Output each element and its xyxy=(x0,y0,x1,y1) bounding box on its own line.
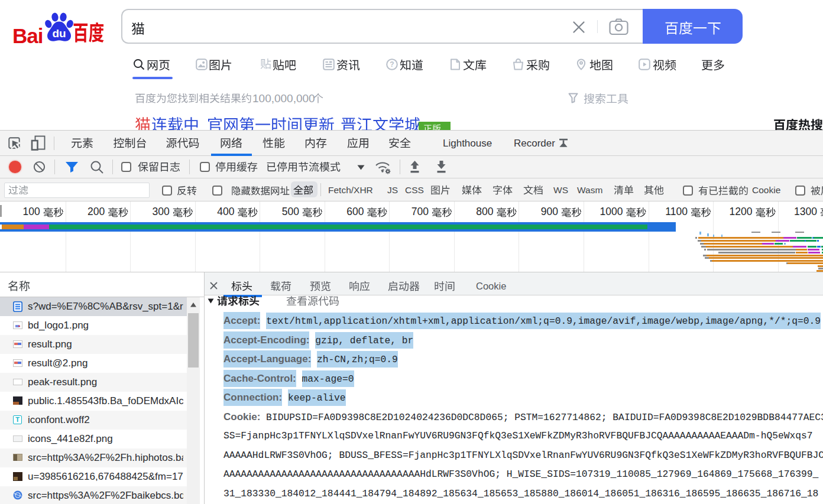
svg-text:?: ? xyxy=(390,60,394,69)
svg-text:du: du xyxy=(52,27,66,40)
